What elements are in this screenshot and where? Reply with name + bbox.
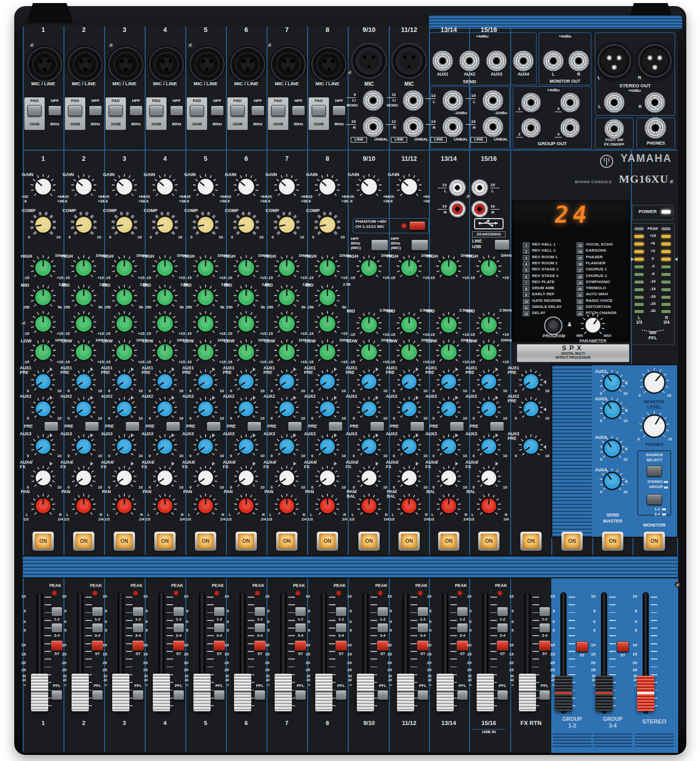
group-out-jack-1[interactable] [521,92,541,113]
source-group-select-button[interactable] [647,494,662,505]
pad-button[interactable] [27,105,42,116]
aux-knob[interactable] [151,368,179,395]
foot-sw-jack[interactable] [604,119,624,139]
comp-knob[interactable] [232,211,260,239]
pfl-button[interactable] [457,690,468,700]
aux-knob[interactable] [314,368,341,395]
comp-knob[interactable] [313,211,342,239]
aux-knob[interactable] [395,464,423,492]
gain-knob[interactable] [355,172,383,201]
pan-knob[interactable] [314,492,341,520]
aux-knob[interactable] [475,433,503,460]
combo-jack-mic-line[interactable] [68,47,103,82]
aux-knob[interactable] [151,395,179,423]
aux-knob[interactable] [192,464,219,492]
pre-button[interactable] [44,422,58,431]
aux-knob[interactable] [192,395,219,423]
fader-handle[interactable] [72,674,89,711]
aux-knob[interactable] [111,464,138,492]
line-jack-top[interactable] [482,90,504,111]
source-select-button[interactable] [647,466,662,476]
combo-jack-mic-line[interactable] [27,47,62,82]
aux-knob[interactable] [232,433,260,460]
pan-knob[interactable] [232,492,260,520]
aux-knob[interactable] [232,368,260,395]
pan-knob[interactable] [355,492,383,520]
fader-handle[interactable] [637,676,654,711]
aux-knob[interactable] [355,368,383,395]
pre-button[interactable] [370,422,384,431]
aux-knob[interactable] [475,395,503,423]
hpf-button[interactable] [129,106,143,116]
pfl-button[interactable] [214,690,225,700]
aux-knob[interactable] [355,395,383,423]
aux-knob[interactable] [70,464,97,492]
line-usb-switch[interactable] [494,239,510,250]
fader-handle[interactable] [315,674,332,711]
aux-send-jack[interactable] [459,50,480,72]
rca-jack-14[interactable] [449,200,466,218]
aux-knob[interactable] [435,395,462,423]
aux-knob[interactable] [151,464,179,492]
pan-knob[interactable] [192,492,219,520]
aux-send-jack[interactable] [486,50,507,72]
aux-knob[interactable] [29,464,57,492]
pfl-button[interactable] [539,690,550,700]
hpf-mic-button[interactable] [371,239,388,251]
comp-knob[interactable] [70,211,98,239]
pre-button[interactable] [207,422,221,431]
pfl-button[interactable] [254,690,265,700]
pad-button[interactable] [190,105,204,116]
phones-jack[interactable] [644,117,666,139]
gain-knob[interactable] [110,172,139,201]
rca-jack-15[interactable] [471,179,488,196]
hpf-button[interactable] [170,106,183,116]
fx-rtn-aux-knob[interactable] [517,395,545,423]
gain-knob[interactable] [313,172,342,201]
gain-knob[interactable] [395,172,423,201]
aux-knob[interactable] [314,464,341,492]
aux-knob[interactable] [192,368,219,395]
pre-button[interactable] [166,422,180,431]
pre-button[interactable] [328,422,343,431]
pad-button[interactable] [230,105,245,116]
aux-knob[interactable] [232,395,260,423]
group-out-jack-2[interactable] [521,118,541,138]
gain-knob[interactable] [70,172,98,201]
group-out-jack-4[interactable] [560,118,580,138]
aux-knob[interactable] [232,464,260,492]
stereo-out-jack-l[interactable] [604,92,625,113]
pfl-button[interactable] [377,690,388,700]
hpf-button[interactable] [292,106,305,116]
pan-knob[interactable] [395,492,423,520]
fader-handle[interactable] [234,674,251,711]
aux-knob[interactable] [70,368,97,395]
pre-button[interactable] [490,422,504,431]
gain-knob[interactable] [151,172,179,201]
pre-button[interactable] [125,422,140,431]
fader-handle[interactable] [153,674,170,711]
aux-knob[interactable] [435,464,462,492]
line-jack-top[interactable] [403,90,424,111]
pfl-button[interactable] [132,690,144,700]
stereo-out-xlr-r[interactable] [636,42,674,80]
pan-knob[interactable] [111,492,138,520]
fader-handle[interactable] [437,674,454,711]
gain-knob[interactable] [191,172,220,201]
pre-button[interactable] [410,422,424,431]
fader-handle[interactable] [193,674,211,711]
aux-knob[interactable] [273,395,301,423]
hpf-button[interactable] [211,106,224,116]
aux-knob[interactable] [29,433,57,460]
aux-knob[interactable] [395,395,423,423]
xlr-mic-jack[interactable] [351,43,387,79]
aux-knob[interactable] [111,395,138,423]
hpf-button[interactable] [251,106,264,116]
line-jack-bottom[interactable] [442,116,463,137]
pfl-button[interactable] [417,690,428,700]
pre-button[interactable] [247,422,261,431]
pfl-button[interactable] [92,690,103,700]
hpf-mic-button[interactable] [411,239,428,251]
fx-rtn-aux-knob[interactable] [517,368,545,395]
pre-button[interactable] [288,422,302,431]
